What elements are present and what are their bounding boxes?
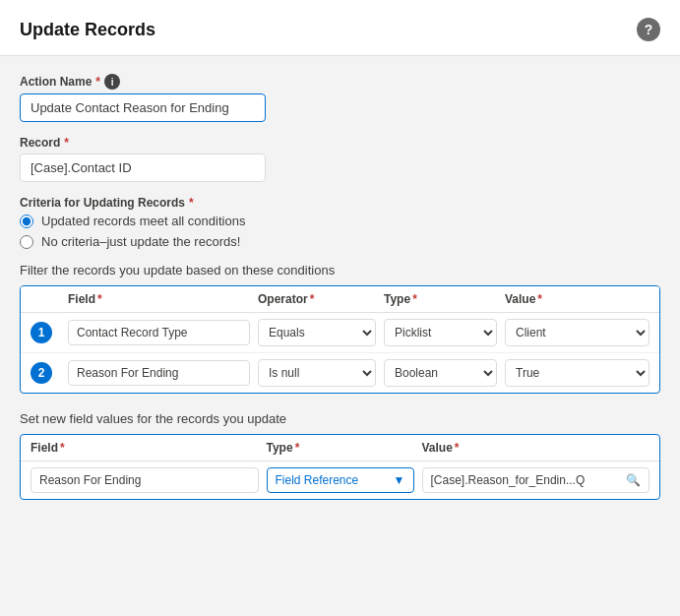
filter-type-1[interactable]: Picklist Text Boolean [384, 319, 497, 346]
filter-header-type: Type * [384, 292, 497, 306]
new-values-type-dropdown[interactable]: Field Reference ▼ [267, 467, 414, 493]
filter-header-value: Value * [505, 292, 649, 306]
action-name-group: Action Name * i [20, 74, 660, 122]
info-icon[interactable]: i [104, 74, 120, 90]
criteria-radio-1[interactable] [20, 215, 33, 228]
filter-header-operator: Operator * [258, 292, 376, 306]
filter-section-label: Filter the records you update based on t… [20, 263, 660, 277]
new-values-table: Field * Type * Value * Field Reference ▼ [20, 434, 660, 500]
criteria-radio-2[interactable] [20, 235, 33, 249]
required-marker-record: * [64, 136, 69, 150]
page-title: Update Records [20, 20, 155, 40]
filter-value-2[interactable]: True False [505, 359, 649, 387]
new-values-value-box[interactable]: [Case].Reason_for_Endin...Q 🔍 [422, 467, 650, 493]
table-row: Field Reference ▼ [Case].Reason_for_Endi… [21, 462, 659, 499]
filter-operator-1[interactable]: Equals Not Equals Contains [258, 319, 376, 346]
required-marker: * [95, 75, 100, 89]
filter-table: Field * Operator * Type * Value * 1 [20, 285, 660, 394]
row-number-1: 1 [31, 322, 52, 343]
new-values-header-type: Type * [267, 441, 414, 455]
record-input[interactable] [20, 154, 266, 182]
table-row: 1 Equals Not Equals Contains Picklist Te… [21, 313, 659, 353]
new-values-header-field: Field * [31, 441, 259, 455]
new-values-header-row: Field * Type * Value * [21, 435, 659, 462]
criteria-label: Criteria for Updating Records * [20, 196, 660, 210]
search-icon: 🔍 [626, 473, 641, 487]
help-button[interactable]: ? [637, 18, 660, 41]
page-content: Action Name * i Record * Criteria for Up… [0, 56, 680, 616]
action-name-input[interactable] [20, 93, 266, 122]
filter-operator-2[interactable]: Is null Equals Not Equals [258, 359, 376, 387]
page-container: Update Records ? Action Name * i Record … [0, 0, 680, 616]
required-marker-criteria: * [189, 196, 194, 210]
criteria-option-1[interactable]: Updated records meet all conditions [20, 214, 660, 228]
filter-header-field: Field * [68, 292, 250, 306]
record-group: Record * [20, 136, 660, 182]
new-values-header-value: Value * [422, 441, 650, 455]
new-values-field-input[interactable] [31, 467, 259, 493]
table-row: 2 Is null Equals Not Equals Boolean Text… [21, 353, 659, 393]
filter-type-2[interactable]: Boolean Text Picklist [384, 359, 497, 387]
criteria-option-2[interactable]: No criteria–just update the records! [20, 234, 660, 249]
page-header: Update Records ? [0, 0, 680, 56]
criteria-group: Criteria for Updating Records * Updated … [20, 196, 660, 249]
filter-field-1[interactable] [68, 320, 250, 345]
filter-table-header-row: Field * Operator * Type * Value * [21, 286, 659, 313]
row-number-2: 2 [31, 362, 52, 384]
action-name-label: Action Name * i [20, 74, 660, 90]
filter-field-2[interactable] [68, 360, 250, 386]
record-label: Record * [20, 136, 660, 150]
filter-value-1[interactable]: Client Other [505, 319, 649, 346]
new-values-section-label: Set new field values for the records you… [20, 411, 660, 426]
